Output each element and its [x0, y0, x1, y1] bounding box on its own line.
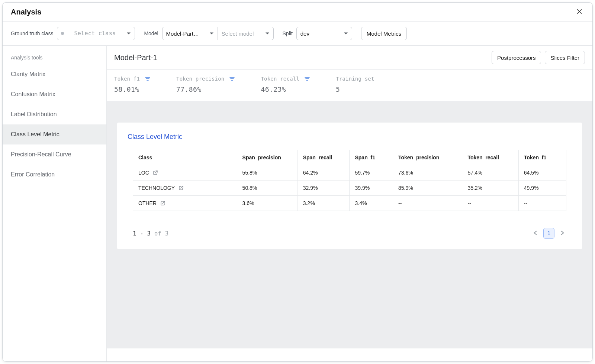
cell: -- [462, 196, 518, 211]
sidebar: Analysis tools Clarity MatrixConfusion M… [3, 46, 107, 361]
column-header[interactable]: Token_f1 [518, 150, 566, 165]
cell: 85.9% [393, 181, 462, 196]
dialog-title: Analysis [11, 8, 41, 16]
cell: 73.6% [393, 165, 462, 181]
column-header[interactable]: Span_precision [237, 150, 298, 165]
split-select[interactable]: dev [296, 27, 352, 40]
card-title[interactable]: Class Level Metric [128, 133, 572, 141]
class-name: TECHNOLOGY [138, 185, 175, 191]
metric-label: Token_recall [261, 76, 299, 82]
cell: 64.2% [298, 165, 350, 181]
svg-line-13 [163, 201, 165, 204]
metric-label: Token_precision [176, 76, 224, 82]
cell: -- [393, 196, 462, 211]
model-value: Model-Part… [166, 30, 199, 37]
svg-line-12 [181, 186, 183, 188]
caret-down-icon [209, 30, 214, 37]
column-header[interactable]: Span_f1 [350, 150, 393, 165]
split-label: Split [283, 30, 293, 36]
column-header[interactable]: Token_precision [393, 150, 462, 165]
table-row: OTHER3.6%3.2%3.4%------ [133, 196, 566, 211]
cell: 3.4% [350, 196, 393, 211]
footer-strip [107, 348, 592, 361]
chevron-right-icon [560, 230, 565, 237]
cell: 3.6% [237, 196, 298, 211]
metric-value: 46.23% [261, 85, 310, 93]
external-link-icon[interactable] [178, 185, 184, 191]
postprocessors-button[interactable]: Postprocessors [492, 51, 541, 64]
sidebar-header: Analysis tools [3, 46, 106, 64]
sidebar-item[interactable]: Confusion Matrix [3, 84, 106, 104]
cell: 57.4% [462, 165, 518, 181]
pagination-prev-button[interactable] [531, 229, 540, 237]
model-metrics-button[interactable]: Model Metrics [361, 27, 407, 40]
sidebar-item[interactable]: Label Distribution [3, 104, 106, 124]
sort-icon[interactable] [145, 76, 150, 81]
sort-icon[interactable] [229, 76, 235, 81]
metric: Token_f158.01% [114, 76, 150, 93]
metric: Token_precision77.86% [176, 76, 235, 93]
chevron-left-icon [533, 230, 538, 237]
slices-filter-button[interactable]: Slices Filter [545, 51, 585, 64]
table-row: TECHNOLOGY50.8%32.9%39.9%85.9%35.2%49.9% [133, 181, 566, 196]
close-button[interactable] [575, 7, 584, 17]
column-header[interactable]: Token_recall [462, 150, 518, 165]
sidebar-item[interactable]: Clarity Matrix [3, 64, 106, 84]
class-level-metric-table: ClassSpan_precisionSpan_recallSpan_f1Tok… [133, 150, 566, 211]
model-select-b[interactable]: Select model [218, 27, 274, 40]
model-label: Model [144, 30, 158, 36]
class-name: OTHER [138, 200, 157, 206]
column-header[interactable]: Span_recall [298, 150, 350, 165]
caret-down-icon [265, 30, 270, 37]
sort-icon[interactable] [305, 76, 310, 81]
cell: 64.5% [518, 165, 566, 181]
cell: 3.2% [298, 196, 350, 211]
metric: Token_recall46.23% [261, 76, 310, 93]
model-select-a[interactable]: Model-Part… [162, 27, 218, 40]
class-name: LOC [138, 170, 149, 176]
class-level-metric-card: Class Level Metric ClassSpan_precisionSp… [117, 123, 582, 249]
metric-value: 77.86% [176, 85, 235, 93]
table-row: LOC55.8%64.2%59.7%73.6%57.4%64.5% [133, 165, 566, 181]
cell: 35.2% [462, 181, 518, 196]
pagination-next-button[interactable] [558, 229, 566, 237]
external-link-icon[interactable] [153, 170, 158, 175]
ground-truth-class-select[interactable]: Select class [57, 27, 135, 40]
model-placeholder: Select model [222, 30, 254, 37]
caret-down-icon [126, 30, 131, 37]
sidebar-item[interactable]: Error Correlation [3, 165, 106, 185]
cell: 59.7% [350, 165, 393, 181]
cell: 49.9% [518, 181, 566, 196]
svg-line-11 [155, 171, 157, 173]
cell: 50.8% [237, 181, 298, 196]
metric-value: 58.01% [114, 85, 150, 93]
cell: 55.8% [237, 165, 298, 181]
split-value: dev [300, 30, 309, 37]
main-title: Model-Part-1 [114, 53, 157, 62]
dot-icon [61, 32, 64, 35]
cell: -- [518, 196, 566, 211]
pagination-range: 1 - 3 of 3 [133, 230, 168, 237]
metric-label: Training set [336, 76, 374, 82]
column-header[interactable]: Class [133, 150, 237, 165]
cell: 39.9% [350, 181, 393, 196]
metric-label: Token_f1 [114, 76, 140, 82]
caret-down-icon [344, 30, 348, 37]
sidebar-item[interactable]: Class Level Metric [3, 124, 106, 144]
select-placeholder: Select class [74, 30, 116, 37]
metric: Training set5 [336, 76, 374, 93]
cell: 32.9% [298, 181, 350, 196]
ground-truth-class-label: Ground truth class [11, 30, 53, 36]
metric-value: 5 [336, 85, 374, 93]
close-icon [576, 8, 583, 16]
external-link-icon[interactable] [160, 201, 165, 206]
pagination-page-current[interactable]: 1 [543, 228, 554, 239]
sidebar-item[interactable]: Precision-Recall Curve [3, 144, 106, 165]
